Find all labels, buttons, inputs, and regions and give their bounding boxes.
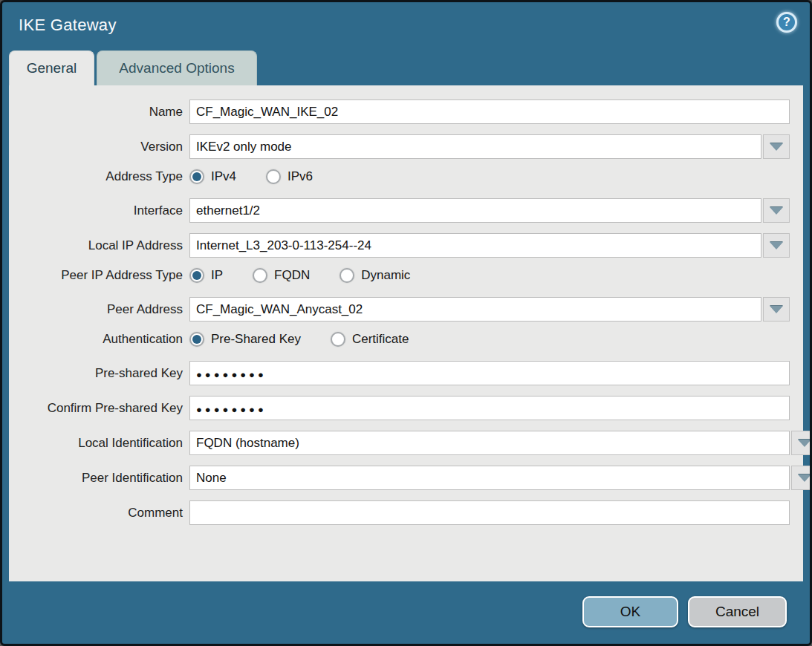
ike-gateway-dialog: IKE Gateway ? General Advanced Options N…: [0, 0, 812, 646]
radio-label-ipv6: IPv6: [288, 169, 313, 184]
pre-shared-key-label: Pre-shared Key: [9, 366, 189, 381]
dialog-title: IKE Gateway: [19, 16, 117, 35]
radio-peer-ip[interactable]: IP: [189, 268, 223, 283]
chevron-down-icon: [798, 474, 811, 482]
local-ip-address-row: Local IP Address: [9, 233, 790, 258]
tab-bar: General Advanced Options: [9, 50, 810, 85]
address-type-label: Address Type: [9, 169, 189, 184]
local-identification-row: Local Identification: [9, 431, 790, 455]
dialog-titlebar: IKE Gateway ?: [2, 2, 810, 50]
version-dropdown-button[interactable]: [763, 134, 790, 159]
radio-circle-pre-shared-key: [189, 332, 204, 347]
radio-peer-fqdn[interactable]: FQDN: [253, 268, 310, 283]
cancel-button[interactable]: Cancel: [688, 596, 787, 627]
chevron-down-icon: [770, 207, 783, 215]
interface-dropdown-button[interactable]: [763, 198, 790, 223]
radio-circle-ip: [189, 268, 204, 283]
confirm-pre-shared-key-input[interactable]: [189, 396, 790, 420]
peer-identification-dropdown-button[interactable]: [791, 466, 812, 490]
peer-address-input[interactable]: [189, 297, 761, 322]
radio-label-certificate: Certificate: [352, 332, 409, 347]
name-row: Name: [9, 99, 790, 124]
radio-circle-ipv6: [266, 169, 281, 184]
radio-circle-dynamic: [340, 268, 354, 283]
version-row: Version: [9, 134, 790, 159]
pre-shared-key-row: Pre-shared Key: [9, 361, 790, 385]
peer-identification-row: Peer Identification: [9, 466, 790, 490]
radio-label-ipv4: IPv4: [211, 169, 236, 184]
version-input[interactable]: [189, 134, 761, 159]
peer-address-dropdown-button[interactable]: [763, 297, 790, 322]
local-identification-type-input[interactable]: [189, 431, 790, 455]
authentication-label: Authentication: [9, 332, 189, 347]
radio-peer-dynamic[interactable]: Dynamic: [340, 268, 410, 283]
chevron-down-icon: [770, 242, 783, 249]
radio-pre-shared-key[interactable]: Pre-Shared Key: [189, 332, 301, 347]
comment-label: Comment: [9, 506, 189, 521]
radio-certificate[interactable]: Certificate: [331, 332, 409, 347]
pre-shared-key-input[interactable]: [189, 361, 790, 385]
interface-label: Interface: [9, 203, 189, 218]
radio-label-dynamic: Dynamic: [361, 268, 410, 283]
general-tab-panel: Name Version Address Type IPv4: [9, 85, 803, 581]
peer-address-row: Peer Address: [9, 297, 790, 322]
chevron-down-icon: [770, 306, 783, 313]
interface-row: Interface: [9, 198, 790, 223]
local-identification-dropdown-button[interactable]: [791, 431, 812, 455]
version-label: Version: [9, 140, 189, 154]
radio-ipv4[interactable]: IPv4: [189, 169, 236, 184]
radio-ipv6[interactable]: IPv6: [266, 169, 313, 184]
dialog-footer: OK Cancel: [2, 584, 810, 644]
local-ip-address-input[interactable]: [189, 233, 761, 258]
comment-row: Comment: [9, 500, 790, 525]
local-ip-address-label: Local IP Address: [9, 238, 189, 253]
local-identification-label: Local Identification: [9, 436, 189, 451]
local-ip-address-dropdown-button[interactable]: [763, 233, 790, 258]
confirm-pre-shared-key-label: Confirm Pre-shared Key: [9, 401, 189, 416]
chevron-down-icon: [770, 143, 783, 151]
peer-ip-address-type-row: Peer IP Address Type IP FQDN Dynamic: [9, 268, 790, 283]
peer-ip-address-type-label: Peer IP Address Type: [9, 268, 189, 283]
peer-identification-type-input[interactable]: [189, 466, 790, 490]
chevron-down-icon: [798, 440, 811, 447]
address-type-row: Address Type IPv4 IPv6: [9, 169, 790, 184]
tab-general[interactable]: General: [9, 50, 94, 85]
peer-identification-label: Peer Identification: [9, 471, 189, 486]
radio-circle-ipv4: [189, 169, 204, 184]
radio-circle-certificate: [331, 332, 345, 347]
radio-circle-fqdn: [253, 268, 267, 283]
comment-input[interactable]: [189, 500, 790, 525]
peer-address-label: Peer Address: [9, 302, 189, 317]
ok-button[interactable]: OK: [582, 596, 678, 627]
confirm-pre-shared-key-row: Confirm Pre-shared Key: [9, 396, 790, 420]
name-label: Name: [9, 105, 189, 120]
radio-label-pre-shared-key: Pre-Shared Key: [211, 332, 301, 347]
help-icon[interactable]: ?: [776, 12, 797, 33]
name-input[interactable]: [189, 99, 790, 124]
radio-label-fqdn: FQDN: [274, 268, 310, 283]
radio-label-ip: IP: [211, 268, 223, 283]
authentication-row: Authentication Pre-Shared Key Certificat…: [9, 332, 790, 347]
tab-advanced-options[interactable]: Advanced Options: [97, 50, 257, 85]
interface-input[interactable]: [189, 198, 761, 223]
